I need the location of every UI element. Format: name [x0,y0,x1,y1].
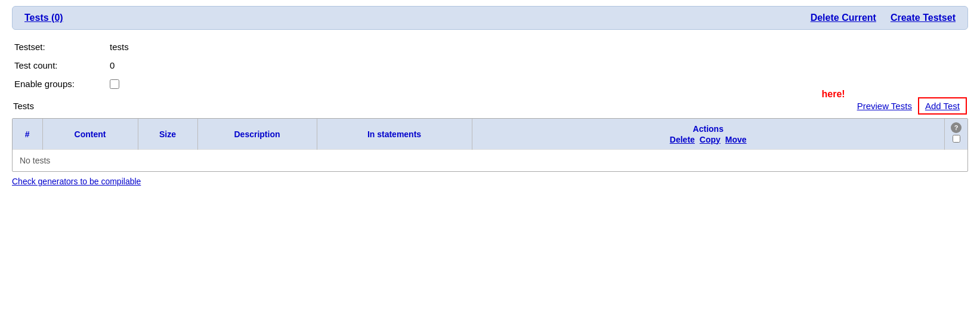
tests-table: # Content Size Description In statements… [13,119,967,171]
table-header-row: # Content Size Description In statements… [13,119,967,150]
enable-groups-label: Enable groups: [14,79,110,89]
tests-title-link[interactable]: Tests (0) [24,13,63,23]
col-select-all[interactable]: ? [945,119,968,150]
tests-table-wrapper: # Content Size Description In statements… [12,118,968,172]
check-generators-link[interactable]: Check generators to be compilable [12,177,141,186]
move-action-link[interactable]: Move [725,135,747,144]
actions-header-label: Actions [478,124,939,134]
create-testset-link[interactable]: Create Testset [891,13,956,23]
testset-value: tests [110,42,129,52]
col-content: Content [42,119,138,150]
tests-section: Tests here! Preview Tests Add Test # Con… [12,97,968,186]
tests-section-label: Tests [13,101,34,111]
testset-label: Testset: [14,42,110,52]
col-size: Size [138,119,197,150]
no-tests-row: No tests [13,150,967,172]
header-actions: Delete Current Create Testset [811,13,956,23]
col-in-statements: In statements [317,119,472,150]
select-all-checkbox[interactable] [953,135,960,143]
enable-groups-checkbox[interactable] [110,79,119,89]
col-actions: Actions Delete Copy Move [472,119,945,150]
delete-current-link[interactable]: Delete Current [811,13,876,23]
test-count-value: 0 [110,60,115,70]
add-test-button[interactable]: Add Test [918,97,967,115]
enable-groups-row: Enable groups: [14,79,966,89]
tests-header-right: here! Preview Tests Add Test [828,97,967,115]
col-num: # [13,119,42,150]
tests-header-row: Tests here! Preview Tests Add Test [12,97,968,115]
test-count-row: Test count: 0 [14,60,966,70]
header-bar: Tests (0) Delete Current Create Testset [12,6,968,30]
col-description: Description [197,119,317,150]
here-annotation: here! [822,89,845,100]
info-section: Testset: tests Test count: 0 Enable grou… [12,42,968,89]
preview-tests-link[interactable]: Preview Tests [857,101,912,111]
delete-action-link[interactable]: Delete [670,135,695,144]
test-count-label: Test count: [14,60,110,70]
help-icon[interactable]: ? [951,122,962,133]
actions-links: Delete Copy Move [478,135,939,144]
copy-action-link[interactable]: Copy [700,135,721,144]
testset-row: Testset: tests [14,42,966,52]
no-tests-cell: No tests [13,150,967,172]
